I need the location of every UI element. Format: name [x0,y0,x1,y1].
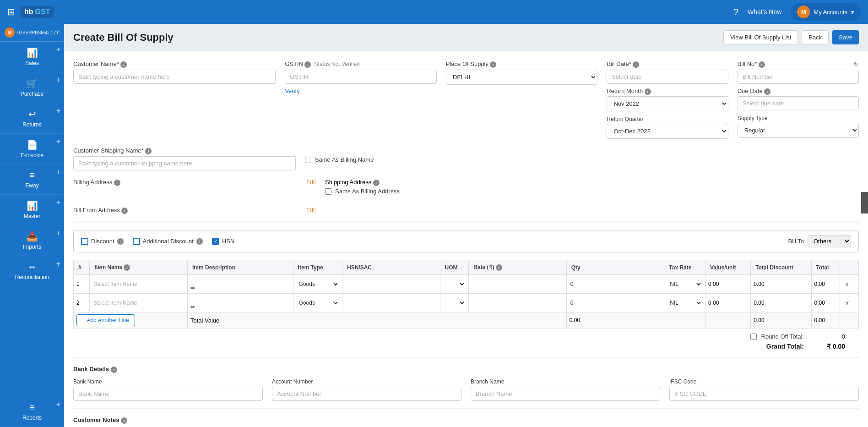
return-month-select[interactable]: Nov 2022 [607,96,728,111]
row-remove-1[interactable]: x [840,275,858,294]
customer-name-info-icon[interactable]: i [120,61,127,68]
bank-name-input[interactable] [73,387,263,401]
place-of-supply-select[interactable]: DELHI [446,70,598,85]
add-line-button[interactable]: + Add Another Line [76,314,135,326]
uom-select-2[interactable] [443,298,466,307]
customer-shipping-name-input[interactable] [73,156,296,170]
master-plus-icon[interactable]: + [56,198,60,207]
row-item-name-1[interactable] [90,275,188,294]
same-billing-address-checkbox[interactable] [325,188,331,195]
sidebar-item-returns[interactable]: ↩ Returns + [0,103,64,134]
gstin-info-icon[interactable]: i [304,61,311,68]
einvoice-plus-icon[interactable]: + [56,137,60,146]
help-icon[interactable]: ? [733,7,738,17]
refresh-icon[interactable]: ↻ [853,60,859,68]
row-qty-2[interactable] [566,294,664,312]
sidebar-item-purchase[interactable]: 🛒 Purchase + [0,72,64,103]
row-remove-2[interactable]: x [840,294,858,312]
gstin-input[interactable] [285,70,437,84]
purchase-plus-icon[interactable]: + [56,76,60,84]
additional-discount-checkbox[interactable] [133,238,140,245]
bank-info-icon[interactable]: i [111,367,117,373]
bill-date-input[interactable] [607,70,728,84]
sidebar-item-reports[interactable]: ≡ Reports + [0,397,64,427]
rate-col-info[interactable]: i [496,264,502,271]
hsn-input-1[interactable] [345,280,437,288]
supply-type-select[interactable]: Regular [738,123,859,138]
row-uom-1[interactable] [440,275,469,294]
grid-icon[interactable]: ⊞ [7,6,15,17]
item-type-select-1[interactable]: Goods Services [296,279,339,289]
billing-address-edit[interactable]: Edit [306,179,316,186]
eway-plus-icon[interactable]: + [56,168,60,176]
account-number-input[interactable] [272,387,461,401]
return-quarter-select[interactable]: Oct-Dec 2022 [607,124,728,139]
row-item-name-2[interactable] [90,294,188,312]
row-item-type-1[interactable]: Goods Services [293,275,342,294]
row-qty-1[interactable] [566,275,664,294]
rate-input-2[interactable] [472,299,564,307]
item-name-input-2[interactable] [92,299,184,307]
due-date-info-icon[interactable]: i [764,88,770,95]
discount-info-icon[interactable]: i [117,238,124,245]
row-hsn-1[interactable] [342,275,440,294]
sidebar-item-reconciliation[interactable]: ↔ Reconciliation + [0,256,64,286]
item-type-select-2[interactable]: Goods Services [296,298,339,307]
sidebar-item-sales[interactable]: 📊 Sales + [0,42,64,72]
row-item-desc-2[interactable]: ✏ [187,294,293,312]
customer-notes-info-icon[interactable]: i [121,417,127,424]
item-desc-input-1[interactable] [190,277,290,285]
save-button[interactable]: Save [832,30,859,44]
item-desc-input-2[interactable] [190,296,290,304]
billing-address-info-icon[interactable]: i [114,180,120,186]
discount-checkbox[interactable] [81,238,88,245]
bill-no-input[interactable] [738,70,859,84]
my-accounts-button[interactable]: M My Accounts ▾ [791,3,861,21]
sidebar-item-imports[interactable]: 📥 Imports + [0,225,64,256]
row-rate-2[interactable] [469,294,567,312]
ifsc-input[interactable] [669,387,859,401]
remove-row-1-button[interactable]: x [843,279,852,289]
row-item-desc-1[interactable]: ✏ [187,275,293,294]
row-tax-rate-2[interactable]: NIL [664,294,705,312]
sidebar-item-eway[interactable]: ≡ Eway + [0,164,64,195]
branch-name-input[interactable] [471,387,660,401]
row-item-type-2[interactable]: Goods Services [293,294,342,312]
item-name-col-info[interactable]: i [124,264,130,271]
row-hsn-2[interactable] [342,294,440,312]
bill-from-address-info-icon[interactable]: i [121,208,128,214]
whats-new-link[interactable]: What's New [748,8,781,16]
qty-input-1[interactable] [570,280,662,288]
bill-from-address-edit[interactable]: Edit [306,207,316,214]
sidebar-item-master[interactable]: 📊 Master + [0,195,64,225]
additional-discount-info-icon[interactable]: i [196,238,203,245]
tax-rate-select-1[interactable]: NIL [667,279,702,289]
sales-plus-icon[interactable]: + [56,45,60,54]
row-rate-1[interactable] [469,275,567,294]
round-off-checkbox[interactable] [750,334,757,340]
hsn-input-2[interactable] [345,299,437,307]
bill-date-info-icon[interactable]: i [633,61,639,68]
bill-to-select[interactable]: Others Self Customer [808,235,851,247]
tax-rate-select-2[interactable]: NIL [667,298,702,307]
verify-link[interactable]: Verify [285,88,437,94]
reconciliation-plus-icon[interactable]: + [56,260,60,268]
row-tax-rate-1[interactable]: NIL [664,275,705,294]
same-billing-name-checkbox[interactable] [305,157,311,163]
shipping-name-info-icon[interactable]: i [145,148,152,154]
due-date-input[interactable] [738,96,859,110]
back-button[interactable]: Back [802,30,829,44]
hsn-checkbox[interactable] [212,238,219,245]
sidebar-item-einvoice[interactable]: 📄 E-Invoice + [0,134,64,164]
reports-plus-icon[interactable]: + [56,400,60,409]
remove-row-2-button[interactable]: x [843,298,852,307]
rate-input-1[interactable] [472,280,564,288]
uom-select-1[interactable] [443,279,466,289]
qty-input-2[interactable] [570,299,662,307]
place-of-supply-info-icon[interactable]: i [490,61,496,68]
bill-no-info-icon[interactable]: i [759,61,765,68]
shipping-address-info-icon[interactable]: i [373,180,380,186]
row-uom-2[interactable] [440,294,469,312]
view-list-button[interactable]: View Bill Of Supply List [723,30,798,44]
shortcuts-tab[interactable]: Shortcuts [861,192,868,214]
